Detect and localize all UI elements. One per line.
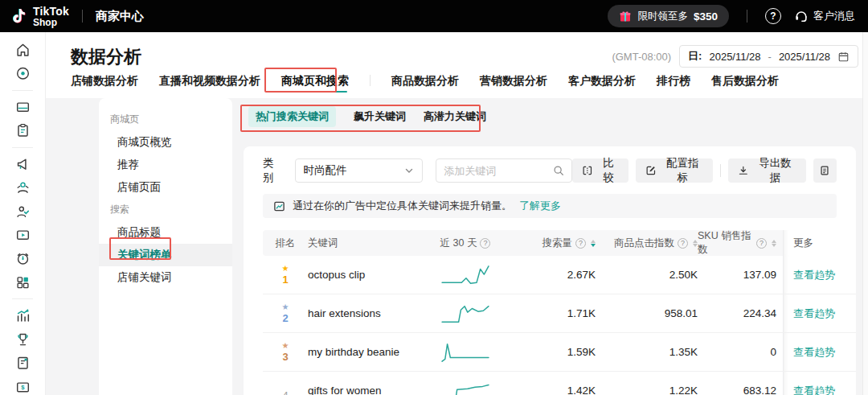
banner-text: 通过在你的广告中定位具体关键词来提升销量。 xyxy=(293,199,512,213)
keyword-cell: my birthday beanie xyxy=(308,333,401,371)
click-index-cell: 1.35K xyxy=(596,333,698,371)
ads-icon xyxy=(273,200,285,212)
merchant-center-page: TikTok Shop 商家中心 限时领至多 $350 ? xyxy=(0,0,868,395)
tab-mall-search[interactable]: 商城页和搜索 xyxy=(281,74,349,98)
document-list-icon xyxy=(819,165,830,176)
col-keyword: 关键词 xyxy=(308,230,401,256)
subnav-item-recommend[interactable]: 推荐 xyxy=(99,154,232,176)
date-separator: - xyxy=(768,51,772,63)
subnav-item-store-keywords[interactable]: 店铺关键词 xyxy=(99,266,232,289)
mail-icon[interactable] xyxy=(14,99,31,115)
sku-index-cell: 224.34 xyxy=(698,294,776,332)
trend-sparkline xyxy=(440,380,491,395)
date-end[interactable]: 2025/11/28 xyxy=(779,51,830,63)
download-icon xyxy=(738,165,749,176)
tab-customer-analytics[interactable]: 客户数据分析 xyxy=(568,74,636,98)
export-data-button[interactable]: 导出数据 xyxy=(728,158,805,183)
subtab-high-potential-keywords[interactable]: 高潜力关键词 xyxy=(424,109,486,124)
trophy-icon[interactable] xyxy=(14,331,31,348)
learn-more-link[interactable]: 了解更多 xyxy=(519,199,561,213)
search-volume-cell: 2.67K xyxy=(530,256,596,294)
configure-metrics-button[interactable]: 配置指标 xyxy=(636,158,713,183)
rank-star-icon: ★ xyxy=(282,303,289,311)
search-volume-cell: 1.42K xyxy=(530,372,596,395)
report-doc-icon[interactable] xyxy=(14,355,31,371)
video-icon[interactable] xyxy=(14,227,31,243)
keyword-subtabs: 热门搜索关键词 飙升关键词 高潜力关键词 xyxy=(248,107,486,126)
rail-divider xyxy=(12,90,33,91)
rail-divider xyxy=(12,147,33,148)
promo-banner[interactable]: 限时领至多 $350 xyxy=(608,5,729,27)
help-circle-icon[interactable]: ? xyxy=(575,238,586,249)
compare-button[interactable]: 比较 xyxy=(572,158,628,183)
view-trend-link[interactable]: 查看趋势 xyxy=(793,345,835,360)
page-title: 数据分析 xyxy=(71,45,141,69)
keyword-cell: octopus clip xyxy=(308,256,401,294)
keyword-cell: hair extensions xyxy=(308,294,401,332)
click-index-cell: 2.50K xyxy=(596,256,698,294)
report-list-button[interactable] xyxy=(813,158,837,183)
date-range-picker[interactable]: 日: 2025/11/28 - 2025/11/28 xyxy=(679,45,858,68)
icon-rail: $ xyxy=(0,32,46,395)
compare-icon xyxy=(582,165,593,176)
analytics-icon[interactable] xyxy=(14,307,31,323)
topbar: TikTok Shop 商家中心 限时领至多 $350 ? xyxy=(0,0,868,32)
topbar-divider xyxy=(82,10,83,23)
compass-icon[interactable] xyxy=(14,65,31,81)
tab-product-analytics[interactable]: 商品数据分析 xyxy=(391,74,459,98)
customer-messages-button[interactable]: 客户消息 xyxy=(794,9,855,23)
search-icon[interactable] xyxy=(553,165,564,176)
subnav-item-product-title[interactable]: 商品标题 xyxy=(99,221,232,244)
trend-sparkline xyxy=(440,341,491,364)
help-icon[interactable]: ? xyxy=(765,8,781,24)
col-rank: 排名 xyxy=(263,230,308,256)
topbar-divider xyxy=(747,10,747,23)
apps-grid-icon[interactable] xyxy=(14,274,31,290)
analytics-tabs: 店铺数据分析 直播和视频数据分析 商城页和搜索 商品数据分析 营销数据分析 客户… xyxy=(71,71,779,98)
finance-icon[interactable]: $ xyxy=(14,379,31,395)
tab-marketing-analytics[interactable]: 营销数据分析 xyxy=(480,74,547,98)
keyword-cell: gifts for women xyxy=(308,372,401,395)
date-start[interactable]: 2025/11/28 xyxy=(709,51,760,63)
chevron-down-icon xyxy=(404,166,414,175)
keyword-search-box xyxy=(436,158,572,183)
trend-sparkline xyxy=(440,302,491,325)
team-icon[interactable] xyxy=(14,179,31,195)
help-circle-icon[interactable]: ? xyxy=(480,238,490,249)
tab-live-video-analytics[interactable]: 直播和视频数据分析 xyxy=(159,74,260,98)
view-trend-link[interactable]: 查看趋势 xyxy=(793,307,835,321)
megaphone-icon[interactable] xyxy=(14,156,31,172)
click-index-cell: 1.22K xyxy=(596,372,698,395)
tab-store-analytics[interactable]: 店铺数据分析 xyxy=(71,74,138,98)
calendar-icon xyxy=(837,51,850,63)
home-icon[interactable] xyxy=(14,42,31,58)
keyword-search-input[interactable] xyxy=(444,165,553,177)
alarm-icon[interactable] xyxy=(14,250,31,266)
content-area: 商城页 商城页概览 推荐 店铺页面 搜索 商品标题 关键词榜单 店铺关键词 热门… xyxy=(46,98,868,395)
subnav-item-store-page[interactable]: 店铺页面 xyxy=(99,176,232,199)
tiktok-shop-logo[interactable]: TikTok Shop xyxy=(11,6,69,27)
subnav-item-mall-overview[interactable]: 商城页概览 xyxy=(99,131,232,154)
subtab-hot-search-keywords[interactable]: 热门搜索关键词 xyxy=(248,106,336,127)
page-header: 数据分析 (GMT-08:00) 日: 2025/11/28 - 2025/11… xyxy=(46,32,868,98)
subtab-rising-keywords[interactable]: 飙升关键词 xyxy=(354,109,406,124)
customer-icon[interactable] xyxy=(14,204,31,220)
promo-amount: $350 xyxy=(694,10,718,23)
logo-text-primary: TikTok xyxy=(33,6,69,17)
view-trend-link[interactable]: 查看趋势 xyxy=(793,268,835,282)
subnav-section-search: 搜索 xyxy=(99,199,232,221)
subnav-item-keyword-ranking[interactable]: 关键词榜单 xyxy=(99,244,232,266)
help-circle-icon[interactable]: ? xyxy=(756,238,767,249)
tab-rankings[interactable]: 排行榜 xyxy=(657,74,690,98)
category-select[interactable]: 时尚配件 xyxy=(295,158,424,183)
help-circle-icon[interactable]: ? xyxy=(678,238,688,249)
headset-icon xyxy=(794,9,809,23)
category-label: 类别 xyxy=(263,156,285,185)
tab-aftersales-analytics[interactable]: 售后数据分析 xyxy=(711,74,779,98)
col-sku-index: SKU 销售指数 ? xyxy=(698,230,776,256)
scrollbar[interactable] xyxy=(862,32,868,395)
table-row: ★3 my birthday beanie 1.59K 1.35K 0 查看趋势 xyxy=(263,333,856,372)
clipboard-icon[interactable] xyxy=(14,122,31,138)
view-trend-link[interactable]: 查看趋势 xyxy=(793,384,835,395)
rank-badge: ★2 xyxy=(282,303,289,323)
